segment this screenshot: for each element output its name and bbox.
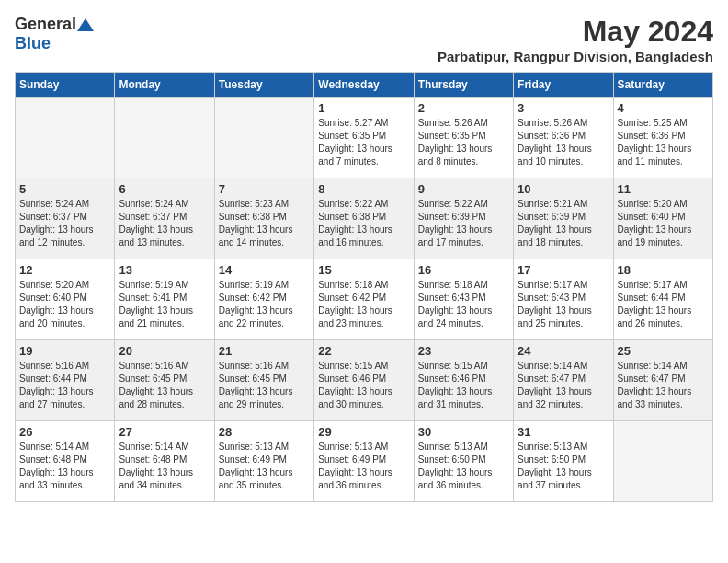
- day-number: 9: [418, 182, 509, 196]
- calendar-cell: 30Sunrise: 5:13 AM Sunset: 6:50 PM Dayli…: [414, 421, 513, 502]
- day-info: Sunrise: 5:15 AM Sunset: 6:46 PM Dayligh…: [418, 360, 509, 411]
- calendar-cell: 13Sunrise: 5:19 AM Sunset: 6:41 PM Dayli…: [115, 259, 214, 340]
- day-number: 5: [19, 182, 110, 196]
- calendar-cell: 25Sunrise: 5:14 AM Sunset: 6:47 PM Dayli…: [613, 340, 712, 421]
- day-info: Sunrise: 5:22 AM Sunset: 6:38 PM Dayligh…: [318, 198, 409, 249]
- day-number: 6: [119, 182, 210, 196]
- calendar-cell: [115, 98, 214, 178]
- day-number: 26: [19, 425, 110, 439]
- day-number: 13: [119, 263, 210, 277]
- calendar-cell: 4Sunrise: 5:25 AM Sunset: 6:36 PM Daylig…: [613, 98, 712, 178]
- day-info: Sunrise: 5:13 AM Sunset: 6:50 PM Dayligh…: [518, 441, 609, 492]
- column-header-thursday: Thursday: [414, 73, 513, 98]
- calendar-cell: 31Sunrise: 5:13 AM Sunset: 6:50 PM Dayli…: [514, 421, 613, 502]
- calendar-cell: 1Sunrise: 5:27 AM Sunset: 6:35 PM Daylig…: [314, 98, 414, 178]
- day-number: 18: [618, 263, 709, 277]
- day-info: Sunrise: 5:26 AM Sunset: 6:35 PM Dayligh…: [418, 117, 509, 168]
- day-info: Sunrise: 5:19 AM Sunset: 6:41 PM Dayligh…: [119, 279, 210, 330]
- logo-blue: Blue: [15, 34, 51, 52]
- day-number: 14: [219, 263, 310, 277]
- day-info: Sunrise: 5:16 AM Sunset: 6:45 PM Dayligh…: [219, 360, 310, 411]
- day-info: Sunrise: 5:24 AM Sunset: 6:37 PM Dayligh…: [19, 198, 110, 249]
- calendar-cell: 18Sunrise: 5:17 AM Sunset: 6:44 PM Dayli…: [613, 259, 712, 340]
- calendar-cell: 15Sunrise: 5:18 AM Sunset: 6:42 PM Dayli…: [314, 259, 414, 340]
- calendar-cell: 17Sunrise: 5:17 AM Sunset: 6:43 PM Dayli…: [514, 259, 613, 340]
- calendar-cell: 6Sunrise: 5:24 AM Sunset: 6:37 PM Daylig…: [115, 178, 214, 259]
- day-number: 22: [318, 344, 409, 358]
- day-number: 23: [418, 344, 509, 358]
- day-info: Sunrise: 5:17 AM Sunset: 6:43 PM Dayligh…: [518, 279, 609, 330]
- calendar-cell: 21Sunrise: 5:16 AM Sunset: 6:45 PM Dayli…: [214, 340, 313, 421]
- calendar-cell: 27Sunrise: 5:14 AM Sunset: 6:48 PM Dayli…: [115, 421, 214, 502]
- day-number: 19: [19, 344, 110, 358]
- column-header-friday: Friday: [514, 73, 613, 98]
- day-info: Sunrise: 5:14 AM Sunset: 6:47 PM Dayligh…: [618, 360, 709, 411]
- day-info: Sunrise: 5:18 AM Sunset: 6:43 PM Dayligh…: [418, 279, 509, 330]
- day-number: 31: [518, 425, 609, 439]
- day-info: Sunrise: 5:14 AM Sunset: 6:48 PM Dayligh…: [19, 441, 110, 492]
- calendar-cell: 24Sunrise: 5:14 AM Sunset: 6:47 PM Dayli…: [514, 340, 613, 421]
- column-header-wednesday: Wednesday: [314, 73, 414, 98]
- day-number: 1: [318, 101, 409, 115]
- day-info: Sunrise: 5:16 AM Sunset: 6:44 PM Dayligh…: [19, 360, 110, 411]
- column-header-sunday: Sunday: [16, 73, 115, 98]
- svg-marker-0: [77, 18, 94, 31]
- calendar-cell: 9Sunrise: 5:22 AM Sunset: 6:39 PM Daylig…: [414, 178, 513, 259]
- calendar-cell: 8Sunrise: 5:22 AM Sunset: 6:38 PM Daylig…: [314, 178, 414, 259]
- calendar-cell: [16, 98, 115, 178]
- calendar-cell: 12Sunrise: 5:20 AM Sunset: 6:40 PM Dayli…: [16, 259, 115, 340]
- day-info: Sunrise: 5:13 AM Sunset: 6:50 PM Dayligh…: [418, 441, 509, 492]
- day-info: Sunrise: 5:13 AM Sunset: 6:49 PM Dayligh…: [318, 441, 409, 492]
- day-info: Sunrise: 5:16 AM Sunset: 6:45 PM Dayligh…: [119, 360, 210, 411]
- day-info: Sunrise: 5:14 AM Sunset: 6:48 PM Dayligh…: [119, 441, 210, 492]
- location: Parbatipur, Rangpur Division, Bangladesh: [438, 49, 713, 64]
- calendar-cell: [613, 421, 712, 502]
- month-title: May 2024: [438, 15, 713, 49]
- day-number: 15: [318, 263, 409, 277]
- calendar-cell: 10Sunrise: 5:21 AM Sunset: 6:39 PM Dayli…: [514, 178, 613, 259]
- calendar-cell: 22Sunrise: 5:15 AM Sunset: 6:46 PM Dayli…: [314, 340, 414, 421]
- day-number: 27: [119, 425, 210, 439]
- column-header-monday: Monday: [115, 73, 214, 98]
- day-info: Sunrise: 5:23 AM Sunset: 6:38 PM Dayligh…: [219, 198, 310, 249]
- day-info: Sunrise: 5:27 AM Sunset: 6:35 PM Dayligh…: [318, 117, 409, 168]
- calendar-cell: 20Sunrise: 5:16 AM Sunset: 6:45 PM Dayli…: [115, 340, 214, 421]
- calendar-cell: 28Sunrise: 5:13 AM Sunset: 6:49 PM Dayli…: [214, 421, 313, 502]
- day-info: Sunrise: 5:15 AM Sunset: 6:46 PM Dayligh…: [318, 360, 409, 411]
- column-header-saturday: Saturday: [613, 73, 712, 98]
- calendar-cell: [214, 98, 313, 178]
- day-info: Sunrise: 5:21 AM Sunset: 6:39 PM Dayligh…: [518, 198, 609, 249]
- day-info: Sunrise: 5:24 AM Sunset: 6:37 PM Dayligh…: [119, 198, 210, 249]
- calendar-cell: 5Sunrise: 5:24 AM Sunset: 6:37 PM Daylig…: [16, 178, 115, 259]
- column-header-tuesday: Tuesday: [214, 73, 313, 98]
- day-info: Sunrise: 5:19 AM Sunset: 6:42 PM Dayligh…: [219, 279, 310, 330]
- calendar-cell: 26Sunrise: 5:14 AM Sunset: 6:48 PM Dayli…: [16, 421, 115, 502]
- page-header: General Blue May 2024 Parbatipur, Rangpu…: [15, 15, 713, 64]
- day-info: Sunrise: 5:25 AM Sunset: 6:36 PM Dayligh…: [618, 117, 709, 168]
- day-number: 11: [618, 182, 709, 196]
- day-number: 24: [518, 344, 609, 358]
- title-block: May 2024 Parbatipur, Rangpur Division, B…: [438, 15, 713, 64]
- logo-icon: [77, 17, 94, 33]
- day-number: 4: [618, 101, 709, 115]
- day-number: 12: [19, 263, 110, 277]
- day-info: Sunrise: 5:20 AM Sunset: 6:40 PM Dayligh…: [19, 279, 110, 330]
- day-number: 28: [219, 425, 310, 439]
- day-number: 10: [518, 182, 609, 196]
- day-info: Sunrise: 5:13 AM Sunset: 6:49 PM Dayligh…: [219, 441, 310, 492]
- calendar-cell: 3Sunrise: 5:26 AM Sunset: 6:36 PM Daylig…: [514, 98, 613, 178]
- day-info: Sunrise: 5:26 AM Sunset: 6:36 PM Dayligh…: [518, 117, 609, 168]
- day-number: 21: [219, 344, 310, 358]
- day-number: 25: [618, 344, 709, 358]
- day-number: 20: [119, 344, 210, 358]
- calendar-cell: 29Sunrise: 5:13 AM Sunset: 6:49 PM Dayli…: [314, 421, 414, 502]
- calendar-cell: 11Sunrise: 5:20 AM Sunset: 6:40 PM Dayli…: [613, 178, 712, 259]
- day-number: 7: [219, 182, 310, 196]
- calendar-cell: 2Sunrise: 5:26 AM Sunset: 6:35 PM Daylig…: [414, 98, 513, 178]
- day-number: 3: [518, 101, 609, 115]
- logo-general: General: [15, 15, 76, 34]
- day-number: 2: [418, 101, 509, 115]
- calendar-table: SundayMondayTuesdayWednesdayThursdayFrid…: [15, 72, 713, 502]
- calendar-cell: 19Sunrise: 5:16 AM Sunset: 6:44 PM Dayli…: [16, 340, 115, 421]
- day-info: Sunrise: 5:20 AM Sunset: 6:40 PM Dayligh…: [618, 198, 709, 249]
